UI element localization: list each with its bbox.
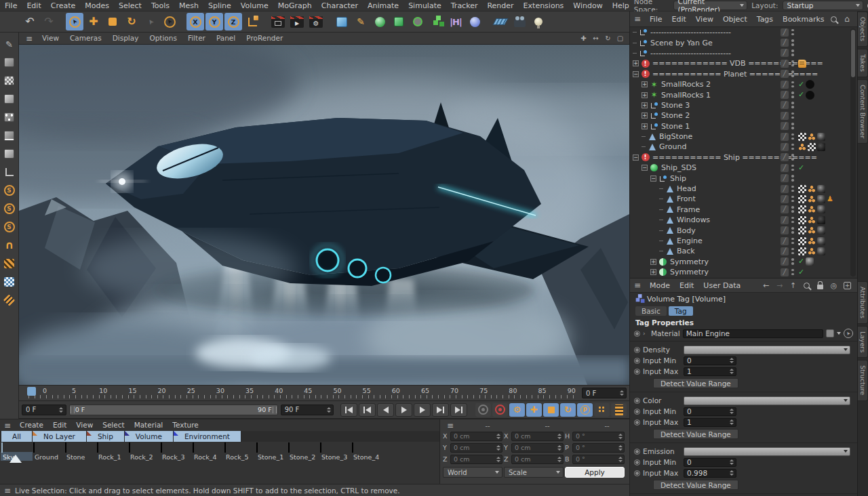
- spinner-icon[interactable]: [728, 470, 734, 476]
- color-gradient-dropdown[interactable]: [684, 396, 850, 405]
- side-tab-layers[interactable]: Layers: [858, 326, 868, 358]
- visibility-dots-icon[interactable]: [791, 112, 794, 120]
- record-parameter-toggle[interactable]: P: [577, 403, 593, 417]
- viewport-render[interactable]: [19, 45, 629, 385]
- visibility-dots-icon[interactable]: [791, 133, 794, 141]
- object-row[interactable]: −!=========== Planet ===========╱: [630, 69, 857, 79]
- viewport-menu-icon[interactable]: ≡: [22, 34, 37, 43]
- menu-modes[interactable]: Modes: [80, 1, 114, 10]
- scrollbar-thumb[interactable]: [851, 30, 855, 77]
- visibility-dots-icon[interactable]: [791, 185, 794, 193]
- spinner-icon[interactable]: [728, 369, 734, 374]
- subdivision-surface-icon[interactable]: [371, 13, 389, 30]
- render-to-picture-viewer-icon[interactable]: ▶: [288, 13, 306, 30]
- enable-toggle-icon[interactable]: ╱: [781, 39, 789, 47]
- tab-basic[interactable]: Basic: [635, 306, 667, 316]
- material-menu-select[interactable]: Select: [98, 421, 129, 429]
- selection-tag-icon[interactable]: [808, 247, 816, 255]
- layer-icon[interactable]: [806, 80, 814, 89]
- locked-workplane-icon[interactable]: [2, 274, 17, 289]
- volume-builder-icon[interactable]: [428, 13, 446, 30]
- object-row[interactable]: Front╱♟: [630, 194, 857, 204]
- density-gradient-dropdown[interactable]: [684, 346, 850, 354]
- z-axis-lock-icon[interactable]: Z: [224, 13, 242, 30]
- coordinate-value-field[interactable]: 0 °: [572, 432, 625, 441]
- input-max-field[interactable]: 1: [684, 418, 736, 427]
- model-mode-icon[interactable]: [2, 55, 17, 70]
- material-preview-box[interactable]: [826, 329, 834, 337]
- viewport-menu-view[interactable]: View: [37, 34, 64, 42]
- world-dropdown[interactable]: World: [443, 467, 502, 478]
- quantize-icon[interactable]: [2, 293, 17, 308]
- search-icon[interactable]: [802, 281, 811, 290]
- menu-create[interactable]: Create: [46, 1, 81, 10]
- material-tag-icon[interactable]: [817, 143, 825, 151]
- material-thumbnail[interactable]: [1, 442, 3, 453]
- input-min-field[interactable]: 0: [684, 458, 736, 467]
- enable-toggle-icon[interactable]: ╱: [781, 122, 789, 130]
- material-menu-material[interactable]: Material: [130, 421, 168, 429]
- emission-gradient-dropdown[interactable]: [684, 447, 850, 456]
- material-menu-texture[interactable]: Texture: [167, 421, 203, 429]
- selection-tag-icon[interactable]: [808, 205, 816, 213]
- uvw-tag-icon[interactable]: [798, 195, 806, 203]
- object-menu-bookmarks[interactable]: Bookmarks: [778, 15, 829, 24]
- visibility-dots-icon[interactable]: [791, 164, 794, 172]
- expand-icon[interactable]: +: [650, 269, 656, 275]
- spinner-icon[interactable]: [728, 358, 734, 363]
- enable-toggle-icon[interactable]: ╱: [781, 60, 789, 68]
- selection-tag-icon[interactable]: [808, 133, 816, 141]
- detect-value-range-button[interactable]: Detect Value Range: [653, 480, 738, 490]
- enabled-check-icon[interactable]: ✓: [798, 268, 804, 276]
- detect-value-range-button[interactable]: Detect Value Range: [653, 378, 738, 388]
- material-item-stone-4[interactable]: Stone_4: [351, 443, 383, 461]
- material-tag-icon[interactable]: [817, 216, 825, 224]
- material-tab-ship[interactable]: Ship: [87, 431, 124, 442]
- play-forward-button[interactable]: [395, 403, 412, 417]
- viewport-solo-single-icon[interactable]: S: [2, 201, 17, 216]
- selection-tag-icon[interactable]: [808, 226, 816, 234]
- visibility-dots-icon[interactable]: [791, 60, 794, 68]
- uvw-tag-icon[interactable]: [798, 226, 806, 234]
- input-min-field[interactable]: 0: [684, 356, 736, 365]
- enabled-check-icon[interactable]: ✓: [798, 257, 804, 266]
- edges-mode-icon[interactable]: [2, 128, 17, 143]
- object-row[interactable]: ------------------------------╱: [630, 27, 857, 37]
- layout-dropdown[interactable]: Startup: [783, 1, 864, 10]
- attribute-manager-menu-icon[interactable]: ≡: [630, 281, 645, 290]
- node-space-dropdown[interactable]: Current (ProRender): [673, 1, 748, 10]
- zoom-view-icon[interactable]: ↔: [591, 34, 601, 43]
- material-menu-view[interactable]: View: [71, 421, 98, 429]
- material-thumbnail[interactable]: [65, 442, 66, 453]
- enable-toggle-icon[interactable]: ╱: [781, 153, 789, 161]
- expand-icon[interactable]: +: [642, 92, 648, 98]
- menu-simulate[interactable]: Simulate: [403, 1, 446, 10]
- material-thumbnail[interactable]: [288, 442, 290, 453]
- polygons-mode-icon[interactable]: [2, 146, 17, 161]
- move-icon[interactable]: ✚: [85, 13, 102, 30]
- material-tab-volume[interactable]: Volume: [125, 431, 173, 442]
- coordinate-menu-icon[interactable]: ≡: [443, 421, 458, 430]
- side-tab-content-browser[interactable]: Content Browser: [858, 79, 868, 144]
- object-row[interactable]: Windows╱: [630, 215, 857, 225]
- rotate-view-icon[interactable]: ↻: [603, 34, 613, 43]
- enable-toggle-icon[interactable]: ╱: [781, 216, 789, 224]
- enable-axis-icon[interactable]: [2, 165, 17, 180]
- enable-toggle-icon[interactable]: ╱: [781, 226, 789, 234]
- collapse-icon[interactable]: −: [642, 165, 648, 171]
- redo-icon[interactable]: ↷: [40, 13, 58, 30]
- field-icon[interactable]: [466, 13, 484, 30]
- object-row[interactable]: +✶SmallRocks 2╱✓: [630, 79, 857, 89]
- material-thumbnail[interactable]: [320, 442, 321, 453]
- pen-spline-icon[interactable]: ✎: [352, 13, 370, 30]
- camera-icon[interactable]: [511, 13, 528, 30]
- object-row[interactable]: −Ship╱: [630, 173, 857, 183]
- menu-volume[interactable]: Volume: [236, 1, 273, 10]
- material-item-sky[interactable]: Sky: [1, 443, 33, 461]
- material-item-stone-2[interactable]: Stone_2: [288, 443, 319, 461]
- visibility-dots-icon[interactable]: [791, 205, 794, 213]
- record-position-toggle[interactable]: ✚: [526, 403, 542, 417]
- visibility-dots-icon[interactable]: [791, 247, 794, 255]
- material-thumbnail[interactable]: [97, 442, 98, 453]
- menu-mograph[interactable]: MoGraph: [273, 1, 317, 10]
